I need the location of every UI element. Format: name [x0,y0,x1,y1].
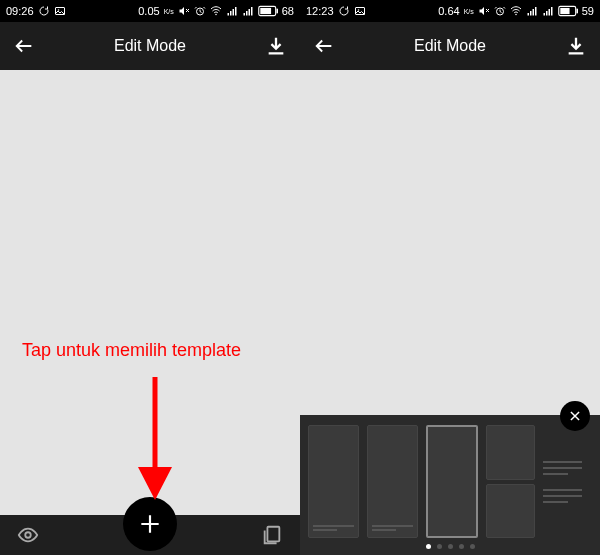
download-button[interactable] [564,34,588,58]
svg-rect-16 [276,9,278,14]
pagination-dots [308,538,592,549]
wifi-icon [510,5,522,17]
dot [426,544,431,549]
svg-rect-34 [560,8,569,14]
signal-icon [226,5,238,17]
svg-rect-30 [546,11,548,16]
dot [459,544,464,549]
template-option-5[interactable] [543,425,592,538]
dot [470,544,475,549]
template-panel [300,415,600,555]
alarm-icon [494,5,506,17]
battery-percent: 68 [282,5,294,17]
svg-rect-13 [251,7,253,16]
battery-icon [558,5,578,17]
alarm-icon [194,5,206,17]
template-list [308,425,592,538]
svg-point-24 [515,14,517,16]
canvas-area[interactable] [300,70,600,555]
svg-rect-35 [576,9,578,14]
mute-icon [178,5,190,17]
template-option-1[interactable] [308,425,359,538]
template-option-4[interactable] [486,425,535,538]
network-speed: 0.05 [138,5,159,17]
sync-icon [338,5,350,17]
status-time: 09:26 [6,5,34,17]
template-option-3[interactable] [426,425,479,538]
svg-rect-7 [230,11,232,16]
back-button[interactable] [12,34,36,58]
download-button[interactable] [264,34,288,58]
svg-rect-12 [248,9,250,16]
network-speed: 0.64 [438,5,459,17]
svg-rect-32 [551,7,553,16]
svg-rect-28 [535,7,537,16]
phone-screen-left: 09:26 0.05 K/s 68 Edit Mode [0,0,300,555]
svg-rect-11 [246,11,248,16]
svg-rect-10 [243,13,245,16]
svg-rect-8 [232,9,234,16]
bottom-nav [0,515,300,555]
image-icon [54,5,66,17]
svg-rect-18 [267,527,279,542]
svg-point-17 [25,532,31,538]
image-icon [354,5,366,17]
dot [448,544,453,549]
canvas-area[interactable] [0,70,300,515]
signal-icon-2 [542,5,554,17]
template-option-2[interactable] [367,425,418,538]
svg-rect-31 [548,9,550,16]
svg-rect-15 [260,8,271,14]
svg-rect-29 [543,13,545,16]
dot [437,544,442,549]
app-title: Edit Mode [48,37,252,55]
back-button[interactable] [312,34,336,58]
phone-screen-right: 12:23 0.64 K/s 59 Edit Mode [300,0,600,555]
app-title: Edit Mode [348,37,552,55]
network-speed-unit: K/s [464,8,474,15]
status-time: 12:23 [306,5,334,17]
status-bar: 09:26 0.05 K/s 68 [0,0,300,22]
svg-rect-6 [227,13,229,16]
battery-icon [258,5,278,17]
svg-point-5 [215,14,217,16]
signal-icon [526,5,538,17]
app-bar: Edit Mode [300,22,600,70]
signal-icon-2 [242,5,254,17]
wifi-icon [210,5,222,17]
svg-rect-25 [527,13,529,16]
pages-button[interactable] [260,523,284,547]
network-speed-unit: K/s [164,8,174,15]
add-template-button[interactable] [123,497,177,551]
battery-percent: 59 [582,5,594,17]
status-bar: 12:23 0.64 K/s 59 [300,0,600,22]
sync-icon [38,5,50,17]
svg-rect-9 [235,7,237,16]
app-bar: Edit Mode [0,22,300,70]
svg-rect-27 [532,9,534,16]
svg-rect-26 [530,11,532,16]
mute-icon [478,5,490,17]
preview-button[interactable] [16,523,40,547]
